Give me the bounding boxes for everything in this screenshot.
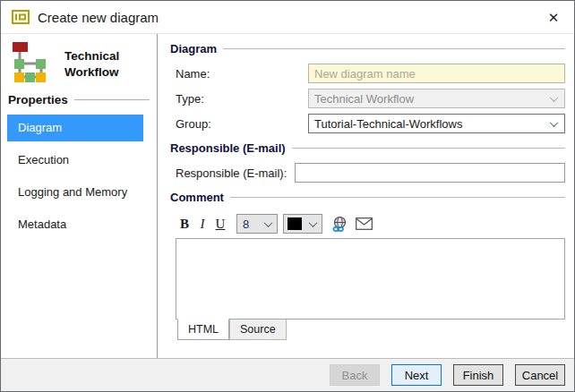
sidebar-item-metadata[interactable]: Metadata	[7, 211, 143, 238]
type-select: Technical Workflow	[308, 89, 565, 108]
sidebar-item-logging-and-memory[interactable]: Logging and Memory	[7, 179, 143, 206]
comment-editor-tabs: HTML Source	[176, 320, 565, 340]
type-label: Type:	[176, 92, 308, 106]
diagram-type-banner: Technical Workflow	[7, 39, 150, 89]
font-color-select[interactable]	[283, 214, 322, 234]
insert-email-button[interactable]	[356, 217, 373, 230]
window-title: Create new diagram	[38, 10, 159, 25]
underline-button[interactable]: U	[211, 217, 229, 232]
diagram-group-header: Diagram	[170, 42, 565, 55]
chevron-down-icon	[309, 218, 318, 227]
finish-button[interactable]: Finish	[453, 364, 503, 386]
cancel-button[interactable]: Cancel	[515, 364, 565, 386]
responsible-group-header: Responsible (E-mail)	[170, 141, 565, 155]
chevron-down-icon	[550, 118, 559, 127]
tab-html[interactable]: HTML	[177, 319, 229, 340]
responsible-row: Responsible (E-mail):	[170, 163, 565, 183]
close-button[interactable]: ✕	[544, 8, 563, 28]
dialog-body: Technical Workflow Properties Diagram Ex…	[1, 33, 574, 358]
group-row: Group: Tutorial-Technical-Workflows	[170, 114, 565, 133]
font-size-value: 8	[243, 217, 249, 231]
diagram-type-label: Technical Workflow	[64, 40, 142, 80]
responsible-label: Responsible (E-mail):	[176, 166, 287, 180]
type-select-value: Technical Workflow	[314, 92, 414, 106]
tab-source[interactable]: Source	[229, 320, 287, 340]
close-icon: ✕	[548, 10, 560, 26]
envelope-icon	[356, 217, 373, 230]
chevron-down-icon	[550, 93, 559, 102]
sidebar: Technical Workflow Properties Diagram Ex…	[1, 34, 158, 358]
name-input[interactable]	[308, 64, 565, 83]
comment-editor: B I U 8	[170, 212, 565, 340]
bold-button[interactable]: B	[176, 217, 193, 232]
comment-textarea[interactable]	[176, 238, 565, 320]
technical-workflow-icon	[7, 40, 48, 83]
next-button[interactable]: Next	[391, 364, 442, 386]
comment-group-header: Comment	[170, 191, 565, 204]
name-label: Name:	[176, 67, 308, 81]
group-label: Group:	[176, 117, 308, 131]
sidebar-item-execution[interactable]: Execution	[7, 147, 143, 174]
create-new-diagram-dialog: Create new diagram ✕	[0, 0, 575, 392]
globe-link-icon	[331, 216, 350, 233]
back-button: Back	[330, 364, 380, 386]
button-bar: Back Next Finish Cancel	[1, 358, 574, 391]
italic-button[interactable]: I	[193, 217, 211, 232]
sidebar-item-diagram[interactable]: Diagram	[7, 115, 143, 141]
insert-weblink-button[interactable]	[331, 216, 350, 233]
comment-toolbar: B I U 8	[176, 212, 565, 235]
color-swatch	[288, 217, 302, 230]
responsible-email-input[interactable]	[295, 163, 565, 183]
title-bar: Create new diagram ✕	[1, 1, 574, 33]
main-content: Diagram Name: Type: Technical Workflow G…	[158, 34, 574, 358]
chevron-down-icon	[264, 218, 273, 227]
name-row: Name:	[170, 64, 565, 83]
group-select[interactable]: Tutorial-Technical-Workflows	[308, 114, 565, 133]
diagram-window-icon	[12, 10, 30, 24]
properties-section-header: Properties	[8, 93, 150, 107]
type-row: Type: Technical Workflow	[170, 89, 565, 108]
group-select-value: Tutorial-Technical-Workflows	[314, 117, 462, 131]
font-size-select[interactable]: 8	[236, 214, 278, 234]
